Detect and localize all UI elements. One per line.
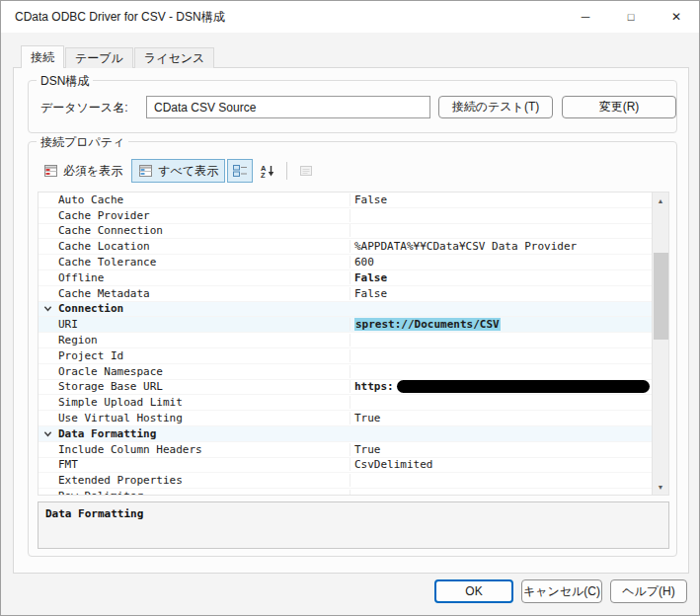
change-button[interactable]: 変更(R) [562,96,676,118]
property-row[interactable]: Storage Base URLhttps: [39,380,652,396]
dialog-footer: OK キャンセル(C) ヘルプ(H) [434,579,687,603]
tab-connection[interactable]: 接続 [21,45,64,68]
property-name: Project Id [39,349,350,362]
property-row[interactable]: Use Virtual HostingTrue [39,411,652,426]
dsn-group-title: DSN構成 [37,73,93,90]
property-name: Cache Location [39,240,350,253]
vertical-scrollbar[interactable]: ▲ ▼ [652,192,668,495]
connection-properties-groupbox: 接続プロパティ 必須を表示 [28,141,677,557]
property-value[interactable]: False [350,287,652,300]
property-name: Extended Properties [39,474,350,487]
property-value[interactable]: True [350,412,652,424]
property-name: Cache Metadata [39,287,350,300]
property-row[interactable]: Oracle Namespace [39,364,652,380]
property-name: Simple Upload Limit [39,396,350,409]
property-name: Cache Provider [39,209,350,222]
category-row[interactable]: Data Formatting [39,426,652,442]
maximize-button[interactable]: □ [608,1,654,33]
sort-az-icon: A Z [260,163,275,179]
tab-strip: 接続テーブルライセンス [21,45,215,68]
property-row[interactable]: Project Id [39,348,652,364]
minimize-button[interactable]: ─ [563,1,608,33]
scrollbar-thumb[interactable] [654,253,668,340]
property-row[interactable]: Cache Provider [39,208,652,224]
category-label: Data Formatting [58,427,156,440]
window-controls: ─ □ ✕ [563,1,699,33]
property-grid-container: Auto CacheFalseCache ProviderCache Conne… [38,192,669,496]
property-value[interactable]: False [350,193,652,206]
property-grid-toolbar: 必須を表示 すべて表示 [37,158,319,184]
property-name: Offline [39,271,350,284]
property-name: Oracle Namespace [39,365,350,378]
property-name: Include Column Headers [39,443,350,456]
property-row[interactable]: Row Delimiter [39,489,652,496]
property-row[interactable]: Simple Upload Limit [39,395,652,411]
sort-alphabetical-button[interactable]: A Z [255,159,280,183]
categorized-view-button[interactable] [227,159,253,183]
close-icon: ✕ [671,10,681,24]
show-all-button[interactable]: すべて表示 [131,159,225,183]
chevron-down-icon[interactable] [43,304,52,313]
ok-button[interactable]: OK [434,579,513,603]
property-row[interactable]: Cache Location%APPDATA%¥¥CData¥CSV Data … [39,239,652,255]
property-row[interactable]: Auto CacheFalse [39,192,652,208]
property-value[interactable]: True [350,443,652,456]
show-required-label: 必須を表示 [63,163,122,180]
show-required-button[interactable]: 必須を表示 [37,159,129,183]
property-description-panel: Data Formatting [38,501,669,549]
property-row[interactable]: FMTCsvDelimited [39,458,652,474]
scroll-up-icon[interactable]: ▲ [653,192,668,208]
scroll-down-icon[interactable]: ▼ [653,479,668,495]
datasource-name-label: データソース名: [40,100,127,116]
all-table-icon [138,163,154,179]
close-button[interactable]: ✕ [654,1,699,33]
cancel-button[interactable]: キャンセル(C) [521,579,602,603]
description-title: Data Formatting [39,502,668,525]
test-connection-button[interactable]: 接続のテスト(T) [438,96,553,118]
required-table-icon [43,163,59,179]
property-value[interactable]: 600 [350,256,652,269]
property-pages-button [293,159,319,183]
property-name: Storage Base URL [39,380,350,393]
tab-page-connection: DSN構成 データソース名: 接続のテスト(T) 変更(R) 接続プロパティ [13,67,689,574]
toolbar-separator [286,162,287,180]
property-value[interactable]: False [350,271,652,284]
window-title: CData ODBC Driver for CSV - DSN構成 [15,9,225,26]
tab-table[interactable]: テーブル [65,47,133,68]
tab-license[interactable]: ライセンス [134,47,214,68]
show-all-label: すべて表示 [158,163,218,180]
property-name: FMT [39,458,350,471]
minimize-icon: ─ [582,10,590,24]
property-value[interactable]: %APPDATA%¥¥CData¥CSV Data Provider [350,240,652,253]
properties-group-title: 接続プロパティ [37,134,128,151]
property-value[interactable]: CsvDelimited [350,458,652,471]
help-button[interactable]: ヘルプ(H) [610,579,687,603]
property-row[interactable]: OfflineFalse [39,270,652,286]
chevron-down-icon[interactable] [43,429,52,438]
title-bar: CData ODBC Driver for CSV - DSN構成 ─ □ ✕ [1,1,699,33]
property-row[interactable]: Extended Properties [39,473,652,489]
property-name: Row Delimiter [39,490,350,496]
property-row[interactable]: Cache MetadataFalse [39,286,652,302]
svg-text:Z: Z [261,171,266,179]
property-grid: Auto CacheFalseCache ProviderCache Conne… [39,192,652,496]
property-row[interactable]: URIsprest://Documents/CSV [39,317,652,333]
categorized-icon [232,163,248,179]
dsn-config-dialog: CData ODBC Driver for CSV - DSN構成 ─ □ ✕ … [0,0,700,616]
property-name: Cache Connection [39,224,350,237]
property-value[interactable]: https: [350,380,652,393]
maximize-icon: □ [628,11,635,23]
dsn-groupbox: DSN構成 データソース名: 接続のテスト(T) 変更(R) [28,80,677,133]
category-label: Connection [58,302,123,315]
property-name: Cache Tolerance [39,256,350,269]
property-row[interactable]: Cache Tolerance600 [39,255,652,270]
category-row[interactable]: Connection [39,302,652,318]
property-row[interactable]: Region [39,333,652,348]
property-name: Region [39,334,350,346]
datasource-name-input[interactable] [146,96,430,118]
property-value[interactable]: sprest://Documents/CSV [350,318,652,331]
property-pages-icon [298,163,314,179]
property-row[interactable]: Cache Connection [39,224,652,240]
property-row[interactable]: Include Column HeadersTrue [39,442,652,458]
property-name: URI [39,318,350,331]
